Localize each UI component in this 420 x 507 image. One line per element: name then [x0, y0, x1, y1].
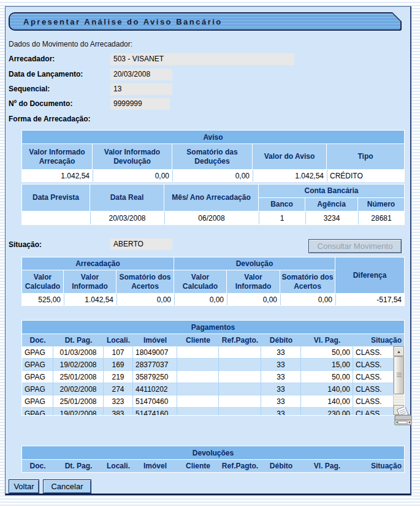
field-value-sequencial[interactable]: 13: [110, 83, 172, 95]
field-label-sequencial: Sequencial:: [9, 85, 50, 93]
table-cell: 323: [104, 395, 133, 408]
table-row: GPAG 25/01/2008 219 35879250 33 50,00 CL…: [22, 371, 404, 383]
header-cell: Somatório das Deduções: [172, 144, 252, 169]
table-cell: 0,00: [172, 170, 252, 181]
table-cell: 33: [261, 408, 301, 415]
table-cell: [219, 371, 261, 383]
table-cell: 525,00: [22, 294, 63, 305]
table-cell: 33: [261, 346, 301, 359]
pagamentos-scrollbar[interactable]: ▲ ▼: [394, 346, 404, 415]
table-cell: GPAG: [22, 371, 53, 383]
table-cell: 50,00: [301, 371, 353, 383]
pagamentos-table: Pagamentos Doc. Dt. Pag. Locali. Imóvel …: [21, 320, 405, 416]
header-cell: Débito: [261, 334, 301, 346]
header-cell: Imóvel: [133, 334, 177, 346]
field-label-arrecadador: Arrecadador:: [9, 55, 55, 63]
table-cell: 25/01/2008: [53, 371, 104, 383]
table-cell: 15,00: [301, 359, 353, 371]
header-cell: Valor Informado: [227, 270, 280, 293]
table-cell: 0,00: [93, 170, 172, 181]
header-cell: Banco: [259, 198, 305, 211]
consultar-movimento-button[interactable]: Consultar Movimento: [308, 239, 402, 253]
table-cell: 06/2008: [164, 212, 258, 224]
table-cell: 0,00: [174, 294, 226, 305]
header-cell: Valor Informado: [64, 270, 116, 293]
table-cell: 33: [261, 395, 301, 408]
table-title: Pagamentos: [22, 321, 404, 334]
header-cell: Débito: [261, 460, 301, 472]
table-cell: GPAG: [22, 395, 53, 408]
situacao-value[interactable]: ABERTO: [110, 238, 172, 250]
header-cell: Locali.: [104, 460, 133, 472]
header-cell: Locali.: [104, 334, 133, 346]
datas-table: Data Prevista Data Real Mês/ Ano Arrecad…: [21, 184, 405, 225]
table-cell: [219, 359, 261, 371]
cancelar-button[interactable]: Cancelar: [43, 479, 91, 494]
table-cell: 20/02/2008: [53, 383, 104, 395]
main-panel: Apresentar Análise do Aviso Bancário Dad…: [5, 6, 411, 495]
devolucoes-table: Devoluções Doc. Dt. Pag. Locali. Imóvel …: [21, 446, 405, 473]
print-button[interactable]: [393, 407, 414, 427]
table-cell: 18049007: [133, 346, 177, 359]
table-cell: 01/03/2008: [53, 346, 104, 359]
header-cell: Agência: [305, 198, 357, 211]
header-cell: Ref.Pagto.: [219, 334, 261, 346]
devolucoes-header-row: Doc. Dt. Pag. Locali. Imóvel Cliente Ref…: [22, 460, 404, 472]
table-cell: 33: [261, 383, 301, 395]
scroll-up-button[interactable]: ▲: [394, 346, 404, 356]
field-value-arrecadador[interactable]: 503 - VISANET: [110, 53, 294, 65]
header-cell: Ref.Pagto.: [219, 460, 261, 472]
table-cell: 107: [104, 346, 133, 359]
field-value-data-lancamento[interactable]: 20/03/2008: [110, 69, 172, 80]
table-cell: 28681: [358, 212, 404, 224]
table-row: GPAG 19/02/2008 169 28377037 33 15,00 CL…: [22, 359, 404, 371]
header-cell: Situação: [353, 460, 404, 472]
table-cell: GPAG: [22, 359, 53, 371]
group-header-cell: Devolução: [174, 257, 335, 270]
printer-icon: [393, 407, 414, 427]
table-cell: 50,00: [301, 346, 353, 359]
table-cell: 1: [259, 212, 305, 224]
field-value-num-documento[interactable]: 9999999: [110, 98, 170, 110]
table-cell: 35879250: [133, 371, 177, 383]
table-title: Aviso: [22, 131, 404, 143]
header-cell: Situação: [353, 334, 404, 346]
table-cell: 25/01/2008: [53, 395, 104, 408]
header-cell: Vl. Pag.: [301, 460, 353, 472]
table-cell: 0,00: [227, 294, 280, 305]
header-cell: Cliente: [177, 460, 219, 472]
header-cell: Dt. Pag.: [53, 334, 104, 346]
header-cell: Imóvel: [133, 460, 177, 472]
header-cell: Tipo: [327, 144, 404, 169]
field-label-num-documento: Nº do Documento:: [9, 99, 72, 108]
pagamentos-scroll-area: GPAG 01/03/2008 107 18049007 33 50,00 CL…: [22, 346, 404, 415]
table-row: GPAG 25/01/2008 323 51470460 33 140,00 C…: [22, 395, 404, 408]
page-title: Apresentar Análise do Aviso Bancário: [10, 17, 223, 26]
table-cell: 28377037: [133, 359, 177, 371]
table-cell: CLASS.: [353, 359, 394, 371]
table-cell: [219, 383, 261, 395]
header-cell: Valor Calculado: [22, 270, 63, 293]
scroll-thumb[interactable]: [394, 356, 404, 394]
table-cell: 0,00: [116, 294, 174, 305]
table-cell: 169: [104, 359, 133, 371]
pagamentos-header-row: Doc. Dt. Pag. Locali. Imóvel Cliente Ref…: [22, 334, 404, 346]
header-cell: Cliente: [177, 334, 219, 346]
header-cell: Valor do Aviso: [253, 144, 326, 169]
table-cell: [177, 346, 219, 359]
voltar-button[interactable]: Voltar: [9, 479, 39, 494]
table-cell: CLASS.: [353, 395, 394, 408]
table-cell: 33: [261, 371, 301, 383]
table-cell: 1.042,54: [22, 170, 92, 181]
table-cell: 1.042,54: [253, 170, 326, 181]
table-cell: CRÉDITO: [327, 170, 404, 181]
table-cell: 51470460: [133, 395, 177, 408]
section-label: Dados do Movimento do Arrecadador:: [9, 40, 132, 48]
table-cell: [177, 383, 219, 395]
header-cell: Somatório dos Acertos: [116, 270, 174, 293]
resumo-table: Arrecadação Devolução Diferença Valor Ca…: [21, 257, 405, 306]
table-row: GPAG 20/02/2008 274 44110202 33 140,00 C…: [22, 383, 404, 395]
table-cell: GPAG: [22, 346, 53, 359]
table-title: Devoluções: [22, 446, 404, 459]
aviso-table: Aviso Valor Informado Arrecação Valor In…: [21, 130, 405, 182]
